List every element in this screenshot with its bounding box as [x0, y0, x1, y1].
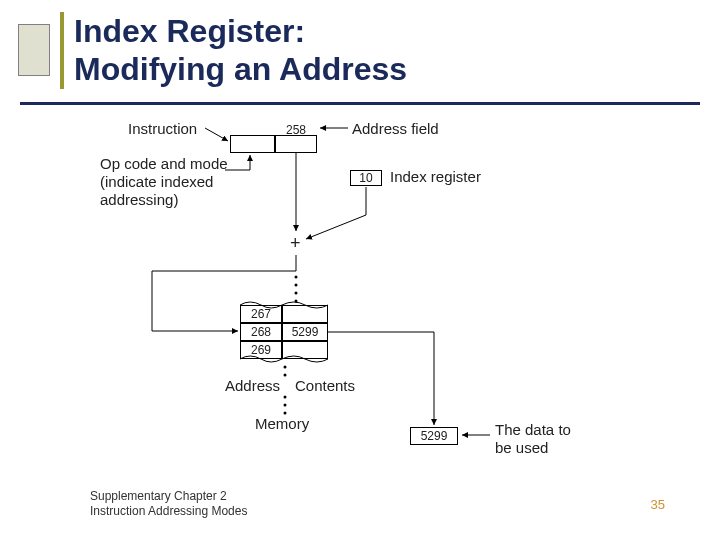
footer-text: Supplementary Chapter 2 Instruction Addr… — [90, 489, 247, 520]
logo-icon — [18, 24, 50, 76]
title-line-2: Modifying an Address — [74, 51, 407, 87]
footer-line-2: Instruction Addressing Modes — [90, 504, 247, 518]
svg-line-0 — [205, 128, 228, 141]
title-underline — [20, 102, 700, 105]
svg-point-4 — [295, 284, 298, 287]
page-number: 35 — [651, 497, 665, 512]
svg-point-3 — [295, 276, 298, 279]
footer-line-1: Supplementary Chapter 2 — [90, 489, 227, 503]
slide-title: Index Register: Modifying an Address — [60, 12, 407, 89]
svg-point-10 — [284, 404, 287, 407]
svg-point-8 — [284, 374, 287, 377]
slide: Index Register: Modifying an Address Ins… — [0, 0, 720, 540]
svg-point-7 — [284, 366, 287, 369]
diagram-arrows — [90, 115, 640, 475]
svg-point-11 — [284, 412, 287, 415]
diagram: Instruction 258 Address field Op code an… — [90, 115, 640, 475]
svg-point-5 — [295, 292, 298, 295]
title-line-1: Index Register: — [74, 13, 305, 49]
svg-point-9 — [284, 396, 287, 399]
